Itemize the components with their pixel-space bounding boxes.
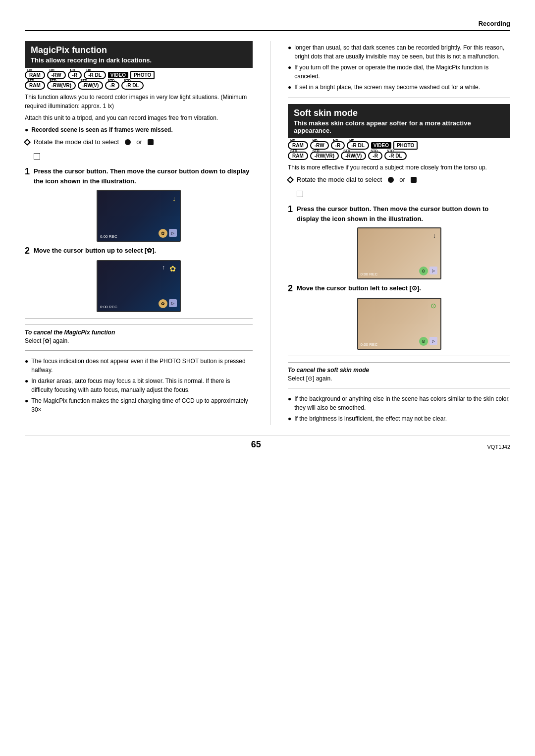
right-bullet-1: ● If the background or anything else in …: [288, 394, 510, 412]
badge-r-hd-r: HD-R: [331, 141, 345, 150]
bullet-dot-b3: ●: [25, 396, 28, 414]
mode-rect-symbol: □: [34, 150, 253, 162]
badge-std-rwvr: STD-RW(VR): [47, 81, 76, 90]
cancel-title-left: To cancel the MagicPix function: [25, 329, 253, 336]
mode-icon-circle-right: [388, 177, 394, 183]
diamond-icon-right: [287, 176, 294, 183]
rotate-or-right: or: [399, 176, 405, 183]
softskin-subtitle: This makes skin colors appear softer for…: [294, 119, 504, 134]
right-cont-bullet-2-text: If you turn off the power or operate the…: [294, 63, 510, 81]
cam-screen1-left: ↓ ✿ ▷ 0:00 REC: [97, 190, 181, 242]
magicpix-title: MagicPix function: [31, 45, 247, 55]
step1-right: 1 Press the cursor button. Then move the…: [288, 204, 510, 223]
cam-ui-icons-right2: ⊙ ▷: [419, 337, 437, 346]
magic-arrow-icon: ↓: [172, 195, 176, 203]
right-cont-bullet-1: ● longer than usual, so that dark scenes…: [288, 43, 510, 61]
cam-timestamp1: 0:00 REC: [100, 234, 117, 239]
mode-icon-rect-left: [148, 139, 154, 145]
divider-cancel-right: [288, 356, 510, 356]
camera-illustration2-right: ⊙ ⊙ ▷ 0:00 REC: [288, 298, 510, 350]
two-column-layout: MagicPix function This allows recording …: [25, 41, 510, 425]
camera-illustration2-left: ✿ ↑ ✿ ▷ 0:00 REC: [25, 260, 253, 312]
cancel-text-right: Select [⊙] again.: [288, 375, 510, 382]
badge-photo: PHOTO: [130, 71, 155, 79]
step2-text-right-main: Move the cursor button left to select [: [297, 284, 412, 292]
badge-r-hd-rw: HD-RW: [310, 141, 329, 150]
cam-icon-sm-r2: ▷: [429, 337, 437, 345]
cancel-section-right: To cancel the soft skin mode Select [⊙] …: [288, 362, 510, 382]
rotate-instruction-left: Rotate the mode dial to select or: [25, 138, 253, 146]
magic-arrow-up-icon: ↑: [162, 264, 165, 271]
softskin-section-box: Soft skin mode This makes skin colors ap…: [288, 104, 510, 138]
cam-timestamp2: 0:00 REC: [100, 305, 117, 309]
column-divider: [270, 41, 270, 425]
divider-soft-top: [288, 98, 510, 98]
media-badges-row2-left: STDRAM STD-RW(VR) STD-RW(V) STD-R STD-R …: [25, 81, 253, 90]
left-bullet-1: ● The focus indication does not appear e…: [25, 357, 253, 375]
mode-rect-symbol-right: □: [297, 187, 510, 200]
cam-icon-sm2: ▷: [169, 299, 177, 307]
magicpix-subtitle: This allows recording in dark locations.: [31, 56, 247, 64]
bottom-bullets-right: ● If the background or anything else in …: [288, 394, 510, 423]
badge-video: VIDEO: [108, 72, 128, 78]
right-cont-bullet-3: ● If set in a bright place, the screen m…: [288, 83, 510, 92]
media-badges-row1-right: HDRAM HD-RW HD-R HD-R DL VIDEO PHOTO: [288, 141, 510, 150]
badge-r-std-rwv: STD-RW(V): [341, 152, 366, 160]
header-text: Recording: [479, 20, 510, 27]
left-bullet-2-text: In darker areas, auto focus may focus a …: [31, 377, 253, 394]
cam-icon-soft1: ⊙: [419, 267, 428, 275]
left-bullet-3-text: The MagicPix function makes the signal c…: [31, 396, 253, 414]
rotate-or-left: or: [136, 138, 142, 146]
cam-icon-sm-r1: ▷: [429, 267, 437, 274]
step2-icon-right: ⊙: [412, 284, 417, 292]
magic-symbol-icon: ✿: [169, 264, 176, 273]
step1-left: 1 Press the cursor button. Then move the…: [25, 166, 253, 186]
magicpix-bullet1-text: Recorded scene is seen as if frames were…: [31, 125, 172, 134]
divider2-right: [288, 388, 510, 388]
media-badges-row2-right: STDRAM STD-RW(VR) STD-RW(V) STD-R STD-R …: [288, 152, 510, 160]
media-badges-row1-left: HDRAM HD-RW HD-R HD-R DL VIDEO PHOTO: [25, 71, 253, 79]
step2-text-right: Move the cursor button left to select [⊙…: [297, 283, 421, 294]
cam-ui-icons-right1: ⊙ ▷: [419, 267, 437, 275]
badge-hd-rdl: HD-R DL: [84, 71, 106, 79]
step2-num-right: 2: [288, 283, 293, 294]
right-cont-bullet-3-text: If set in a bright place, the screen may…: [294, 83, 480, 92]
page-footer: 65 VQT1J42: [25, 435, 510, 450]
page: Recording MagicPix function This allows …: [0, 0, 535, 756]
magicpix-section-box: MagicPix function This allows recording …: [25, 41, 253, 68]
right-cont-bullet-2: ● If you turn off the power or operate t…: [288, 63, 510, 81]
bullet-dot-r2: ●: [288, 414, 291, 423]
cam-icon-sm1: ▷: [169, 229, 177, 237]
step1-num-left: 1: [25, 166, 30, 186]
right-bullet-2-text: If the brightness is insufficient, the e…: [294, 414, 447, 423]
mode-icon-circle-left: [125, 139, 131, 145]
divider2-left: [25, 350, 253, 351]
model-number: VQT1J42: [487, 444, 510, 450]
badge-r-std-rwvr: STD-RW(VR): [310, 152, 339, 160]
camera-illustration1-right: ↓ ⊙ ▷ 0:00 REC: [288, 227, 510, 279]
step2-left: 2 Move the cursor button up to select [✿…: [25, 246, 253, 256]
cam-screen2-right: ⊙ ⊙ ▷ 0:00 REC: [357, 298, 441, 350]
cam-timestamp-right1: 0:00 REC: [361, 272, 378, 276]
badge-r-hd-rdl: HD-R DL: [347, 141, 369, 150]
header-section: Recording: [25, 20, 510, 31]
badge-hd-r: HD-R: [68, 71, 82, 79]
mode-icon-rect-right: [411, 177, 417, 183]
left-bullet-3: ● The MagicPix function makes the signal…: [25, 396, 253, 414]
step2-icon-left: ✿: [147, 247, 152, 254]
step2-num-left: 2: [25, 246, 30, 256]
badge-std-ram: STDRAM: [25, 81, 45, 90]
step1-num-right: 1: [288, 204, 293, 223]
step2-text-left-main: Move the cursor button up to select [: [34, 247, 147, 254]
badge-std-r: STD-R: [105, 81, 119, 90]
badge-r-hd-ram: HDRAM: [288, 141, 308, 150]
rotate-instruction-right: Rotate the mode dial to select or: [288, 176, 510, 183]
bullet-dot-b2: ●: [25, 377, 28, 394]
rotate-text-right: Rotate the mode dial to select: [297, 176, 382, 183]
magicpix-body2: Attach this unit to a tripod, and you ca…: [25, 113, 253, 122]
right-bullet-2: ● If the brightness is insufficient, the…: [288, 414, 510, 423]
cancel-section-left: To cancel the MagicPix function Select […: [25, 324, 253, 344]
bullet-dot-b1: ●: [25, 357, 28, 375]
bullet-dot-c3: ●: [288, 83, 291, 92]
badge-std-rwv: STD-RW(V): [78, 81, 103, 90]
